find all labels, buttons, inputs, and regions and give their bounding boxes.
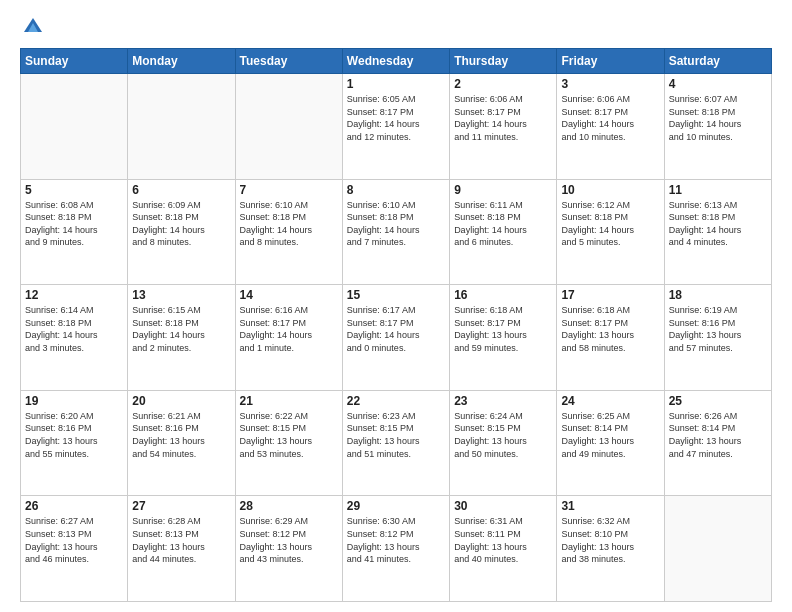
table-row: 4Sunrise: 6:07 AM Sunset: 8:18 PM Daylig… [664, 74, 771, 180]
day-detail: Sunrise: 6:10 AM Sunset: 8:18 PM Dayligh… [347, 199, 445, 249]
table-row [664, 496, 771, 602]
day-number: 7 [240, 183, 338, 197]
day-detail: Sunrise: 6:19 AM Sunset: 8:16 PM Dayligh… [669, 304, 767, 354]
day-number: 24 [561, 394, 659, 408]
table-row: 10Sunrise: 6:12 AM Sunset: 8:18 PM Dayli… [557, 179, 664, 285]
day-detail: Sunrise: 6:20 AM Sunset: 8:16 PM Dayligh… [25, 410, 123, 460]
table-row: 22Sunrise: 6:23 AM Sunset: 8:15 PM Dayli… [342, 390, 449, 496]
day-number: 25 [669, 394, 767, 408]
day-detail: Sunrise: 6:07 AM Sunset: 8:18 PM Dayligh… [669, 93, 767, 143]
day-number: 31 [561, 499, 659, 513]
table-row: 3Sunrise: 6:06 AM Sunset: 8:17 PM Daylig… [557, 74, 664, 180]
table-row [235, 74, 342, 180]
day-detail: Sunrise: 6:25 AM Sunset: 8:14 PM Dayligh… [561, 410, 659, 460]
day-detail: Sunrise: 6:06 AM Sunset: 8:17 PM Dayligh… [561, 93, 659, 143]
table-row: 15Sunrise: 6:17 AM Sunset: 8:17 PM Dayli… [342, 285, 449, 391]
day-detail: Sunrise: 6:10 AM Sunset: 8:18 PM Dayligh… [240, 199, 338, 249]
day-detail: Sunrise: 6:14 AM Sunset: 8:18 PM Dayligh… [25, 304, 123, 354]
col-monday: Monday [128, 49, 235, 74]
calendar-week-row: 19Sunrise: 6:20 AM Sunset: 8:16 PM Dayli… [21, 390, 772, 496]
calendar-table: Sunday Monday Tuesday Wednesday Thursday… [20, 48, 772, 602]
table-row: 6Sunrise: 6:09 AM Sunset: 8:18 PM Daylig… [128, 179, 235, 285]
day-detail: Sunrise: 6:16 AM Sunset: 8:17 PM Dayligh… [240, 304, 338, 354]
table-row: 18Sunrise: 6:19 AM Sunset: 8:16 PM Dayli… [664, 285, 771, 391]
day-detail: Sunrise: 6:08 AM Sunset: 8:18 PM Dayligh… [25, 199, 123, 249]
day-detail: Sunrise: 6:12 AM Sunset: 8:18 PM Dayligh… [561, 199, 659, 249]
day-number: 11 [669, 183, 767, 197]
logo-icon [22, 14, 44, 36]
day-detail: Sunrise: 6:18 AM Sunset: 8:17 PM Dayligh… [561, 304, 659, 354]
table-row: 20Sunrise: 6:21 AM Sunset: 8:16 PM Dayli… [128, 390, 235, 496]
table-row: 11Sunrise: 6:13 AM Sunset: 8:18 PM Dayli… [664, 179, 771, 285]
col-friday: Friday [557, 49, 664, 74]
table-row: 14Sunrise: 6:16 AM Sunset: 8:17 PM Dayli… [235, 285, 342, 391]
table-row: 17Sunrise: 6:18 AM Sunset: 8:17 PM Dayli… [557, 285, 664, 391]
table-row: 9Sunrise: 6:11 AM Sunset: 8:18 PM Daylig… [450, 179, 557, 285]
table-row: 5Sunrise: 6:08 AM Sunset: 8:18 PM Daylig… [21, 179, 128, 285]
day-number: 30 [454, 499, 552, 513]
logo-text [20, 16, 44, 40]
table-row: 8Sunrise: 6:10 AM Sunset: 8:18 PM Daylig… [342, 179, 449, 285]
day-detail: Sunrise: 6:06 AM Sunset: 8:17 PM Dayligh… [454, 93, 552, 143]
day-number: 22 [347, 394, 445, 408]
day-detail: Sunrise: 6:32 AM Sunset: 8:10 PM Dayligh… [561, 515, 659, 565]
table-row: 12Sunrise: 6:14 AM Sunset: 8:18 PM Dayli… [21, 285, 128, 391]
day-detail: Sunrise: 6:15 AM Sunset: 8:18 PM Dayligh… [132, 304, 230, 354]
table-row: 2Sunrise: 6:06 AM Sunset: 8:17 PM Daylig… [450, 74, 557, 180]
day-number: 15 [347, 288, 445, 302]
day-number: 5 [25, 183, 123, 197]
day-detail: Sunrise: 6:05 AM Sunset: 8:17 PM Dayligh… [347, 93, 445, 143]
day-detail: Sunrise: 6:31 AM Sunset: 8:11 PM Dayligh… [454, 515, 552, 565]
day-detail: Sunrise: 6:17 AM Sunset: 8:17 PM Dayligh… [347, 304, 445, 354]
day-number: 18 [669, 288, 767, 302]
calendar-header-row: Sunday Monday Tuesday Wednesday Thursday… [21, 49, 772, 74]
day-number: 19 [25, 394, 123, 408]
day-detail: Sunrise: 6:11 AM Sunset: 8:18 PM Dayligh… [454, 199, 552, 249]
day-detail: Sunrise: 6:23 AM Sunset: 8:15 PM Dayligh… [347, 410, 445, 460]
table-row: 16Sunrise: 6:18 AM Sunset: 8:17 PM Dayli… [450, 285, 557, 391]
logo [20, 16, 44, 40]
page: Sunday Monday Tuesday Wednesday Thursday… [0, 0, 792, 612]
day-number: 23 [454, 394, 552, 408]
day-number: 21 [240, 394, 338, 408]
day-detail: Sunrise: 6:18 AM Sunset: 8:17 PM Dayligh… [454, 304, 552, 354]
day-number: 1 [347, 77, 445, 91]
table-row: 30Sunrise: 6:31 AM Sunset: 8:11 PM Dayli… [450, 496, 557, 602]
calendar-week-row: 12Sunrise: 6:14 AM Sunset: 8:18 PM Dayli… [21, 285, 772, 391]
table-row: 24Sunrise: 6:25 AM Sunset: 8:14 PM Dayli… [557, 390, 664, 496]
col-saturday: Saturday [664, 49, 771, 74]
col-tuesday: Tuesday [235, 49, 342, 74]
day-detail: Sunrise: 6:26 AM Sunset: 8:14 PM Dayligh… [669, 410, 767, 460]
day-number: 6 [132, 183, 230, 197]
day-number: 17 [561, 288, 659, 302]
day-detail: Sunrise: 6:09 AM Sunset: 8:18 PM Dayligh… [132, 199, 230, 249]
table-row: 23Sunrise: 6:24 AM Sunset: 8:15 PM Dayli… [450, 390, 557, 496]
day-number: 12 [25, 288, 123, 302]
table-row: 19Sunrise: 6:20 AM Sunset: 8:16 PM Dayli… [21, 390, 128, 496]
day-detail: Sunrise: 6:27 AM Sunset: 8:13 PM Dayligh… [25, 515, 123, 565]
table-row: 29Sunrise: 6:30 AM Sunset: 8:12 PM Dayli… [342, 496, 449, 602]
day-number: 13 [132, 288, 230, 302]
calendar-week-row: 26Sunrise: 6:27 AM Sunset: 8:13 PM Dayli… [21, 496, 772, 602]
table-row: 31Sunrise: 6:32 AM Sunset: 8:10 PM Dayli… [557, 496, 664, 602]
table-row: 13Sunrise: 6:15 AM Sunset: 8:18 PM Dayli… [128, 285, 235, 391]
table-row: 27Sunrise: 6:28 AM Sunset: 8:13 PM Dayli… [128, 496, 235, 602]
table-row: 26Sunrise: 6:27 AM Sunset: 8:13 PM Dayli… [21, 496, 128, 602]
day-detail: Sunrise: 6:29 AM Sunset: 8:12 PM Dayligh… [240, 515, 338, 565]
table-row: 25Sunrise: 6:26 AM Sunset: 8:14 PM Dayli… [664, 390, 771, 496]
day-detail: Sunrise: 6:28 AM Sunset: 8:13 PM Dayligh… [132, 515, 230, 565]
col-sunday: Sunday [21, 49, 128, 74]
day-number: 20 [132, 394, 230, 408]
day-detail: Sunrise: 6:30 AM Sunset: 8:12 PM Dayligh… [347, 515, 445, 565]
day-number: 10 [561, 183, 659, 197]
day-number: 9 [454, 183, 552, 197]
table-row: 1Sunrise: 6:05 AM Sunset: 8:17 PM Daylig… [342, 74, 449, 180]
day-number: 27 [132, 499, 230, 513]
day-detail: Sunrise: 6:22 AM Sunset: 8:15 PM Dayligh… [240, 410, 338, 460]
day-number: 2 [454, 77, 552, 91]
day-detail: Sunrise: 6:24 AM Sunset: 8:15 PM Dayligh… [454, 410, 552, 460]
table-row [21, 74, 128, 180]
calendar-week-row: 1Sunrise: 6:05 AM Sunset: 8:17 PM Daylig… [21, 74, 772, 180]
day-detail: Sunrise: 6:13 AM Sunset: 8:18 PM Dayligh… [669, 199, 767, 249]
day-number: 29 [347, 499, 445, 513]
